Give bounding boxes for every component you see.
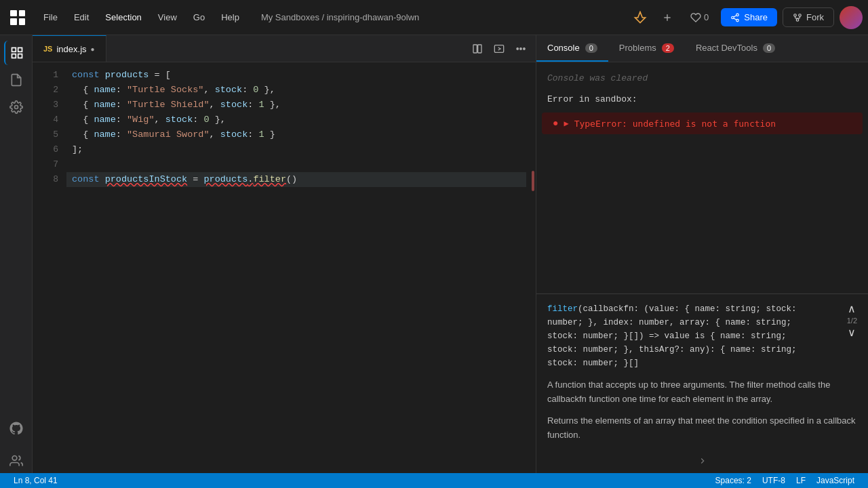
breadcrumb: My Sandboxes / inspiring-dhawan-9olwn bbox=[261, 12, 419, 22]
console-cleared-text: Console was cleared bbox=[536, 68, 868, 89]
preview-icon[interactable] bbox=[490, 39, 509, 58]
status-language[interactable]: JavaScript bbox=[811, 476, 860, 485]
intellisense-signature: filter(callbackfn: (value: { name: strin… bbox=[547, 302, 857, 370]
menu-go[interactable]: Go bbox=[185, 9, 213, 25]
fork-button[interactable]: Fork bbox=[783, 7, 834, 27]
svg-line-5 bbox=[734, 18, 736, 19]
pagination-up-arrow[interactable]: ∧ bbox=[848, 302, 856, 315]
breadcrumb-text: My Sandboxes / inspiring-dhawan-9olwn bbox=[261, 12, 419, 22]
code-line-2: { name: "Turtle Socks", stock: 0 }, bbox=[66, 83, 536, 98]
status-line-endings[interactable]: LF bbox=[791, 476, 811, 485]
menu-edit[interactable]: Edit bbox=[66, 9, 97, 25]
code-line-5: { name: "Samurai Sword", stock: 1 } bbox=[66, 127, 536, 142]
right-panel: Console 0 Problems 2 React DevTools 0 Co… bbox=[536, 35, 868, 473]
svg-point-2 bbox=[736, 14, 739, 16]
code-line-3: { name: "Turtle Shield", stock: 1 }, bbox=[66, 98, 536, 113]
problems-tab-label: Problems bbox=[619, 43, 656, 53]
problems-badge: 2 bbox=[662, 43, 674, 53]
sidebar-item-files[interactable] bbox=[4, 68, 28, 92]
svg-rect-17 bbox=[478, 45, 481, 53]
share-button[interactable]: Share bbox=[721, 8, 777, 26]
heart-button[interactable]: 0 bbox=[684, 9, 715, 26]
add-icon[interactable] bbox=[656, 7, 678, 28]
error-header: Error in sandbox: bbox=[536, 89, 868, 110]
share-label: Share bbox=[744, 12, 768, 22]
tab-problems[interactable]: Problems 2 bbox=[608, 35, 685, 62]
svg-line-6 bbox=[734, 15, 736, 16]
tab-modified-dot: ● bbox=[91, 45, 95, 53]
tab-react-devtools[interactable]: React DevTools 0 bbox=[685, 35, 786, 62]
menu-bar: File Edit Selection View Go Help bbox=[35, 9, 248, 25]
fork-label: Fork bbox=[806, 12, 824, 22]
code-line-6: ]; bbox=[66, 142, 536, 157]
status-spaces[interactable]: Spaces: 2 bbox=[710, 476, 757, 485]
code-line-1: const products = [ bbox=[66, 68, 536, 83]
code-content: const products = [ { name: "Turtle Socks… bbox=[66, 62, 536, 473]
code-line-4: { name: "Wig", stock: 0 }, bbox=[66, 113, 536, 127]
tab-filename: index.js bbox=[56, 44, 86, 54]
devtools-badge: 0 bbox=[763, 43, 775, 53]
avatar[interactable] bbox=[840, 6, 863, 29]
menu-help[interactable]: Help bbox=[213, 9, 248, 25]
sidebar-item-deploy[interactable] bbox=[4, 449, 28, 473]
js-file-icon: JS bbox=[43, 45, 52, 53]
svg-rect-11 bbox=[18, 48, 22, 52]
menu-view[interactable]: View bbox=[150, 9, 185, 25]
sidebar-item-github[interactable] bbox=[4, 416, 28, 441]
deploy-icon[interactable] bbox=[629, 7, 651, 28]
more-options-icon[interactable]: ••• bbox=[511, 39, 530, 58]
error-message: TypeError: undefined is not a function bbox=[574, 119, 776, 129]
svg-point-3 bbox=[732, 16, 734, 19]
tab-actions: ••• bbox=[468, 39, 536, 58]
main-layout: JS index.js ● ••• 1 2 3 4 bbox=[0, 35, 868, 473]
scrollbar-thumb bbox=[532, 171, 534, 191]
code-line-8: const productsInStock = products.filter(… bbox=[66, 172, 536, 187]
console-tab-label: Console bbox=[547, 43, 580, 53]
error-row: ● ▶ TypeError: undefined is not a functi… bbox=[542, 113, 863, 134]
svg-point-15 bbox=[12, 456, 17, 461]
pagination-count: 1/2 bbox=[847, 317, 857, 325]
svg-point-9 bbox=[799, 14, 802, 16]
svg-rect-16 bbox=[473, 45, 477, 53]
code-editor[interactable]: 1 2 3 4 5 6 7 8 const products = [ { nam… bbox=[33, 62, 536, 473]
console-badge: 0 bbox=[585, 43, 597, 53]
tab-index-js[interactable]: JS index.js ● bbox=[33, 35, 106, 62]
svg-point-8 bbox=[794, 14, 797, 16]
code-line-7 bbox=[66, 157, 536, 172]
menu-selection[interactable]: Selection bbox=[97, 9, 149, 25]
menu-file[interactable]: File bbox=[35, 9, 66, 25]
svg-point-7 bbox=[796, 18, 799, 21]
code-lines: 1 2 3 4 5 6 7 8 const products = [ { nam… bbox=[33, 62, 536, 473]
app-logo[interactable] bbox=[5, 5, 30, 30]
status-encoding[interactable]: UTF-8 bbox=[757, 476, 791, 485]
sidebar bbox=[0, 35, 33, 473]
split-editor-icon[interactable] bbox=[468, 39, 487, 58]
error-expand-icon[interactable]: ▶ bbox=[564, 119, 568, 129]
editor-scrollbar[interactable] bbox=[526, 62, 536, 473]
tab-console[interactable]: Console 0 bbox=[536, 35, 608, 62]
pagination-control[interactable]: ∧ 1/2 ∨ bbox=[847, 302, 857, 339]
svg-rect-12 bbox=[18, 54, 22, 58]
tabs-bar: JS index.js ● ••• bbox=[33, 35, 536, 62]
intellisense-returns: Returns the elements of an array that me… bbox=[547, 414, 857, 443]
svg-rect-13 bbox=[12, 54, 16, 58]
intellisense-panel: filter(callbackfn: (value: { name: strin… bbox=[536, 293, 868, 451]
svg-point-4 bbox=[736, 19, 739, 22]
sidebar-item-settings[interactable] bbox=[4, 95, 28, 119]
pagination-down-arrow[interactable]: ∨ bbox=[848, 326, 856, 339]
svg-point-14 bbox=[14, 106, 18, 109]
sidebar-item-explorer[interactable] bbox=[4, 41, 28, 65]
status-position[interactable]: Ln 8, Col 41 bbox=[8, 473, 63, 488]
error-circle-icon: ● bbox=[553, 118, 558, 129]
line-numbers: 1 2 3 4 5 6 7 8 bbox=[33, 62, 66, 473]
panel-tabs: Console 0 Problems 2 React DevTools 0 bbox=[536, 35, 868, 62]
titlebar-actions: 0 Share Fork bbox=[629, 6, 863, 29]
expand-panel-arrow[interactable] bbox=[536, 451, 868, 473]
heart-count: 0 bbox=[704, 12, 709, 22]
svg-rect-10 bbox=[12, 48, 16, 52]
intellisense-description: A function that accepts up to three argu… bbox=[547, 378, 857, 407]
titlebar: File Edit Selection View Go Help My Sand… bbox=[0, 0, 868, 35]
devtools-tab-label: React DevTools bbox=[696, 43, 757, 53]
svg-rect-18 bbox=[494, 45, 503, 52]
statusbar: Ln 8, Col 41 Spaces: 2 UTF-8 LF JavaScri… bbox=[0, 473, 868, 488]
